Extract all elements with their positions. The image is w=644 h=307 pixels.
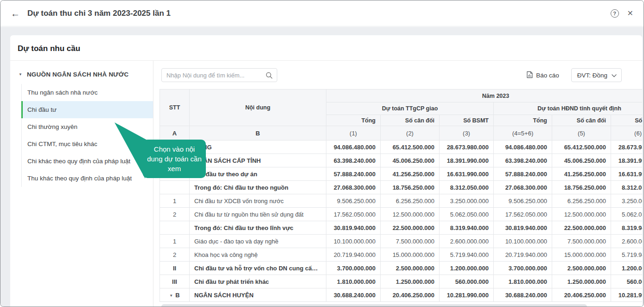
col-header-sub: Số BSMT xyxy=(440,115,494,126)
search-input[interactable] xyxy=(162,69,277,82)
report-button[interactable]: Báo cáo xyxy=(527,71,559,80)
cell-stt: ▼B xyxy=(160,288,190,302)
cell-value: 20.406.250.000 xyxy=(552,288,611,302)
table-row[interactable]: IIIChi đầu tư phát triển khác1.810.000.0… xyxy=(160,275,643,288)
cell-value: 18.391.990.000 xyxy=(611,154,643,167)
panel-body: ▼ NGUỒN NGÂN SÁCH NHÀ NƯỚC Thu ngân sách… xyxy=(10,61,642,307)
col-letter: B xyxy=(190,126,326,141)
table-row[interactable]: ▼BNGÂN SÁCH HUYỆN30.688.240.00020.406.25… xyxy=(160,288,643,302)
cell-value: 27.068.300.000 xyxy=(326,181,381,194)
sidebar: ▼ NGUỒN NGÂN SÁCH NHÀ NƯỚC Thu ngân sách… xyxy=(10,61,153,307)
cell-value: 15.000.000.000 xyxy=(381,248,440,262)
cell-label: Trong đó: Chi đầu tư theo lĩnh vực xyxy=(190,221,326,235)
back-arrow-icon[interactable]: ← xyxy=(11,9,20,18)
cell-value: 30.819.940.000 xyxy=(326,221,381,235)
table-row[interactable]: 1Giáo dục - đào tạo và dạy nghề10.100.00… xyxy=(160,235,643,248)
col-letter: (6) xyxy=(611,126,643,141)
cell-value: 1.810.000.000 xyxy=(326,275,381,288)
sidebar-item-4[interactable]: Chi khác theo quy định của pháp luật xyxy=(22,153,153,170)
cell-value: 20.406.250.000 xyxy=(381,288,440,302)
cell-value: 30.688.240.000 xyxy=(494,288,552,302)
cell-value: 2.500.000.000 xyxy=(552,262,611,275)
cell-value: 45.006.250.000 xyxy=(552,154,611,167)
sidebar-item-0[interactable]: Thu ngân sách nhà nước xyxy=(22,84,153,101)
table-row[interactable]: 1Chi đầu tư XDCB vốn trong nước9.506.250… xyxy=(160,194,643,208)
cell-value: 18.756.250.000 xyxy=(381,181,440,194)
cell-value: 45.006.250.000 xyxy=(381,154,440,167)
search-icon[interactable] xyxy=(266,72,273,81)
cell-value: 1.200.000.000 xyxy=(440,262,494,275)
col-header-sub: Tổng xyxy=(326,115,381,126)
cell-value: 63.398.240.000 xyxy=(326,154,381,167)
cell-value: 9.506.250.000 xyxy=(494,194,552,208)
table-row[interactable]: 2Khoa học và công nghệ20.719.940.00015.0… xyxy=(160,248,643,262)
cell-value: 3.700.000.000 xyxy=(494,262,552,275)
table-row[interactable]: TỔNG94.086.480.00065.412.500.00028.673.9… xyxy=(160,141,643,154)
cell-value: 1.250.000.000 xyxy=(552,275,611,288)
content-background: Dự toán nhu cầu ▼ NGUỒN NGÂN SÁCH NHÀ NƯ… xyxy=(0,27,644,307)
table-row[interactable]: IChi đầu tư theo dự án57.888.240.00041.2… xyxy=(160,167,643,181)
sidebar-item-2[interactable]: Chi thường xuyên xyxy=(22,118,153,135)
table-area: Báo cáo ĐVT: Đồng xyxy=(153,61,642,307)
table-row[interactable]: ▼ANGÂN SÁCH CẤP TỈNH63.398.240.00045.006… xyxy=(160,154,643,167)
cell-value: 20.719.940.000 xyxy=(494,248,552,262)
sidebar-item-3[interactable]: Chi CTMT, mục tiêu khác xyxy=(22,135,153,153)
cell-value: 8.319.940.000 xyxy=(611,221,643,235)
cell-value: 5.062.050.000 xyxy=(611,208,643,221)
cell-value: 22.500.000.000 xyxy=(552,221,611,235)
cell-value: 2.600.000.000 xyxy=(440,235,494,248)
cell-value: 6.256.250.000 xyxy=(381,194,440,208)
cell-value: 57.888.240.000 xyxy=(494,167,552,181)
page-title: Dự toán nhu cầu xyxy=(10,35,642,61)
cell-value: 3.250.000.000 xyxy=(611,194,643,208)
sidebar-item-1[interactable]: Chi đầu tư xyxy=(22,101,153,118)
cell-stt: 1 xyxy=(160,194,190,208)
cell-value: 30.819.940.000 xyxy=(494,221,552,235)
table-header: STT Nội dung Năm 2023 Dự toán TTgCP giao… xyxy=(160,90,643,141)
toolbar: Báo cáo ĐVT: Đồng xyxy=(161,68,622,82)
table-row[interactable]: Trong đó: Chi đầu tư theo nguồn27.068.30… xyxy=(160,181,643,194)
cell-value: 16.631.990.000 xyxy=(611,167,643,181)
budget-table-wrap: STT Nội dung Năm 2023 Dự toán TTgCP giao… xyxy=(159,89,642,302)
cell-value: 3.700.000.000 xyxy=(326,262,381,275)
cell-value: 1.200.000.000 xyxy=(611,262,643,275)
cell-value: 560.000.000 xyxy=(611,275,643,288)
sidebar-item-5[interactable]: Thu khác theo quy định của pháp luật xyxy=(22,170,153,187)
cell-value: 7.500.000.000 xyxy=(381,235,440,248)
cell-value: 65.412.500.000 xyxy=(381,141,440,154)
cell-label: Chi đầu tư XDCB vốn trong nước xyxy=(190,194,326,208)
cell-label: Khoa học và công nghệ xyxy=(190,248,326,262)
cell-value: 3.250.000.000 xyxy=(440,194,494,208)
cell-value: 1.250.000.000 xyxy=(381,275,440,288)
cell-value: 2.500.000.000 xyxy=(381,262,440,275)
chevron-down-icon[interactable]: ▼ xyxy=(169,294,173,298)
cell-value: 41.256.250.000 xyxy=(381,167,440,181)
report-button-label: Báo cáo xyxy=(536,72,559,79)
cell-value: 5.719.940.000 xyxy=(611,248,643,262)
cell-value: 18.391.990.000 xyxy=(440,154,494,167)
tree-item-list: Thu ngân sách nhà nướcChi đầu tưChi thườ… xyxy=(21,84,153,187)
cell-label: Chi đầu tư và hỗ trợ vốn cho DN cung cấp… xyxy=(190,262,326,275)
cell-value: 27.068.300.000 xyxy=(494,181,552,194)
table-row[interactable]: 2Chi đầu tư từ nguồn thu tiền sử dụng đấ… xyxy=(160,208,643,221)
horizontal-scrollbar[interactable] xyxy=(161,304,587,307)
close-icon[interactable]: ✕ xyxy=(627,10,633,17)
titlebar-actions: ? ✕ xyxy=(611,9,633,18)
table-row[interactable]: Trong đó: Chi đầu tư theo lĩnh vực30.819… xyxy=(160,221,643,235)
tree-header-budget-source[interactable]: ▼ NGUỒN NGÂN SÁCH NHÀ NƯỚC xyxy=(19,71,153,78)
cell-value: 15.000.000.000 xyxy=(552,248,611,262)
table-row[interactable]: IIChi đầu tư và hỗ trợ vốn cho DN cung c… xyxy=(160,262,643,275)
cell-value: 6.256.250.000 xyxy=(552,194,611,208)
col-letter: (1) xyxy=(326,126,381,141)
unit-dropdown[interactable]: ĐVT: Đồng xyxy=(571,68,622,82)
cell-value: 10.100.000.000 xyxy=(326,235,381,248)
cell-stt: 2 xyxy=(160,208,190,221)
cell-value: 22.500.000.000 xyxy=(381,221,440,235)
cell-value: 30.688.240.000 xyxy=(326,288,381,302)
cell-label: Chi đầu tư theo dự án xyxy=(190,167,326,181)
cell-value: 20.719.940.000 xyxy=(326,248,381,262)
cell-value: 5.062.050.000 xyxy=(440,208,494,221)
cell-value: 17.562.050.000 xyxy=(326,208,381,221)
help-icon[interactable]: ? xyxy=(611,9,619,18)
cell-label: TỔNG xyxy=(190,141,326,154)
